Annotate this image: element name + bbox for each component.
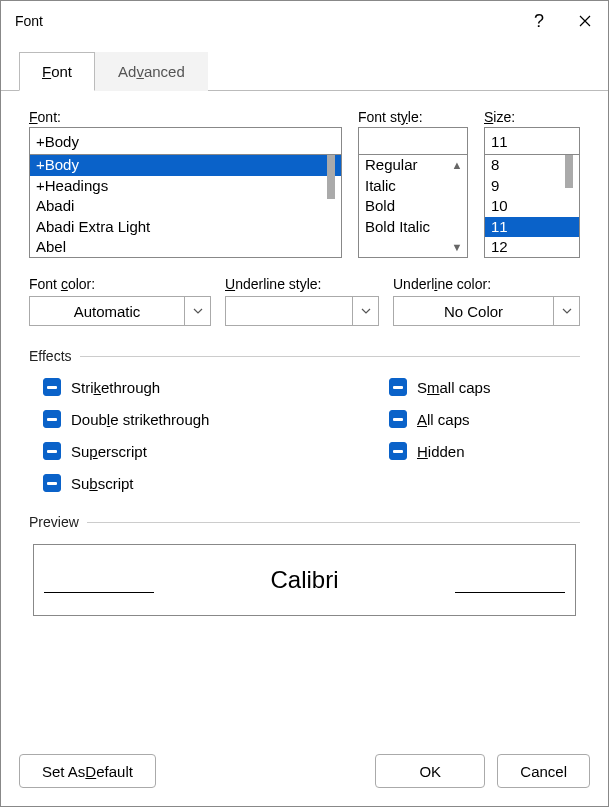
font-label: Font:: [29, 109, 342, 125]
help-button[interactable]: ?: [516, 1, 562, 41]
tab-font[interactable]: Font: [19, 52, 95, 91]
font-list-item[interactable]: +Body: [30, 155, 341, 176]
font-scrollbar[interactable]: [323, 157, 339, 255]
size-label: Size:: [484, 109, 580, 125]
underline-style-label: Underline style:: [225, 276, 379, 292]
effects-label: Effects: [29, 348, 72, 364]
font-list-item[interactable]: Abel: [30, 237, 341, 258]
effects-group: Effects Strikethrough Double strikethrou…: [29, 348, 580, 492]
size-listbox[interactable]: 8 9 10 11 12: [484, 154, 580, 258]
tab-advanced[interactable]: Advanced: [95, 52, 208, 91]
superscript-checkbox[interactable]: Superscript: [43, 442, 389, 460]
hidden-checkbox[interactable]: Hidden: [389, 442, 490, 460]
checkbox-icon: [43, 410, 61, 428]
close-icon: [579, 15, 591, 27]
dialog-footer: Set As Default OK Cancel: [1, 740, 608, 806]
checkbox-icon: [43, 378, 61, 396]
preview-text: Calibri: [270, 566, 338, 594]
font-list-item[interactable]: Abadi: [30, 196, 341, 217]
chevron-down-icon[interactable]: [553, 297, 579, 325]
dialog-body: Font: +Body +Headings Abadi Abadi Extra …: [1, 90, 608, 740]
font-color-label: Font color:: [29, 276, 211, 292]
chevron-down-icon[interactable]: [352, 297, 378, 325]
preview-label: Preview: [29, 514, 79, 530]
title-bar: Font ?: [1, 1, 608, 41]
font-color-combo[interactable]: Automatic: [29, 296, 211, 326]
color-underline-row: Font color: Automatic Underline style: U…: [29, 276, 580, 326]
font-dialog: Font ? Font Advanced Font: +Body +Headin…: [0, 0, 609, 807]
checkbox-icon: [43, 474, 61, 492]
font-listbox[interactable]: +Body +Headings Abadi Abadi Extra Light …: [29, 154, 342, 258]
font-style-listbox[interactable]: Regular Italic Bold Bold Italic ▲ ▼: [358, 154, 468, 258]
dialog-title: Font: [15, 13, 516, 29]
underline-color-combo[interactable]: No Color: [393, 296, 580, 326]
font-color-value: Automatic: [30, 297, 184, 325]
divider: [80, 356, 580, 357]
set-as-default-button[interactable]: Set As Default: [19, 754, 156, 788]
checkbox-icon: [389, 442, 407, 460]
chevron-down-icon[interactable]: [184, 297, 210, 325]
preview-box: Calibri: [33, 544, 576, 616]
preview-line: [44, 592, 154, 593]
checkbox-icon: [43, 442, 61, 460]
underline-color-label: Underline color:: [393, 276, 580, 292]
scroll-down-icon[interactable]: ▼: [449, 239, 465, 255]
size-input[interactable]: [484, 127, 580, 155]
size-scrollbar[interactable]: [561, 157, 577, 255]
preview-line: [455, 592, 565, 593]
double-strikethrough-checkbox[interactable]: Double strikethrough: [43, 410, 389, 428]
checkbox-icon: [389, 410, 407, 428]
font-style-input[interactable]: [358, 127, 468, 155]
underline-style-value: [226, 297, 352, 325]
ok-button[interactable]: OK: [375, 754, 485, 788]
underline-color-value: No Color: [394, 297, 553, 325]
scrollbar-thumb[interactable]: [565, 154, 573, 188]
small-caps-checkbox[interactable]: Small caps: [389, 378, 490, 396]
all-caps-checkbox[interactable]: All caps: [389, 410, 490, 428]
font-list-item[interactable]: Abadi Extra Light: [30, 217, 341, 238]
cancel-button[interactable]: Cancel: [497, 754, 590, 788]
preview-group: Preview Calibri: [29, 514, 580, 616]
style-scrollbar[interactable]: ▲ ▼: [449, 157, 465, 255]
strikethrough-checkbox[interactable]: Strikethrough: [43, 378, 389, 396]
close-button[interactable]: [562, 1, 608, 41]
font-selection-row: Font: +Body +Headings Abadi Abadi Extra …: [29, 109, 580, 258]
scrollbar-thumb[interactable]: [327, 154, 335, 199]
font-list-item[interactable]: +Headings: [30, 176, 341, 197]
underline-style-combo[interactable]: [225, 296, 379, 326]
checkbox-icon: [389, 378, 407, 396]
font-style-label: Font style:: [358, 109, 468, 125]
scroll-up-icon[interactable]: ▲: [449, 157, 465, 173]
divider: [87, 522, 580, 523]
font-input[interactable]: [29, 127, 342, 155]
tab-strip: Font Advanced: [1, 41, 608, 91]
subscript-checkbox[interactable]: Subscript: [43, 474, 389, 492]
